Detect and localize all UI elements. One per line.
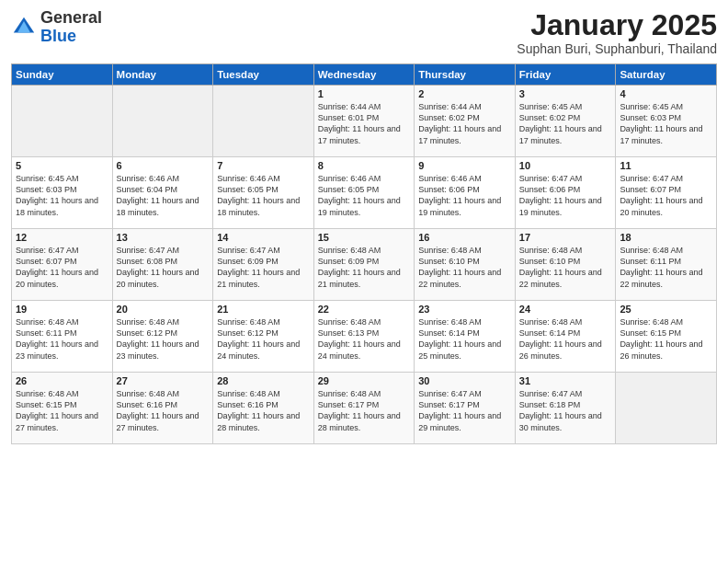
day-info: Sunrise: 6:48 AM Sunset: 6:16 PM Dayligh… [217,388,310,433]
day-number: 12 [16,232,108,243]
day-info: Sunrise: 6:47 AM Sunset: 6:07 PM Dayligh… [16,245,108,290]
day-cell: 3Sunrise: 6:45 AM Sunset: 6:02 PM Daylig… [515,86,616,157]
day-cell: 31Sunrise: 6:47 AM Sunset: 6:18 PM Dayli… [515,373,616,444]
page-container: General Blue January 2025 Suphan Buri, S… [0,0,728,452]
day-info: Sunrise: 6:46 AM Sunset: 6:05 PM Dayligh… [318,173,411,218]
day-info: Sunrise: 6:45 AM Sunset: 6:02 PM Dayligh… [519,101,612,146]
day-info: Sunrise: 6:48 AM Sunset: 6:14 PM Dayligh… [418,316,511,362]
day-cell: 25Sunrise: 6:48 AM Sunset: 6:15 PM Dayli… [616,301,717,373]
day-cell: 15Sunrise: 6:48 AM Sunset: 6:09 PM Dayli… [313,229,415,301]
day-info: Sunrise: 6:48 AM Sunset: 6:12 PM Dayligh… [117,316,210,362]
day-number: 17 [519,232,612,243]
day-info: Sunrise: 6:44 AM Sunset: 6:01 PM Dayligh… [318,101,411,146]
week-row-2: 5Sunrise: 6:45 AM Sunset: 6:03 PM Daylig… [12,157,717,229]
day-cell: 26Sunrise: 6:48 AM Sunset: 6:15 PM Dayli… [12,373,113,444]
day-number: 24 [519,304,612,315]
day-cell: 18Sunrise: 6:48 AM Sunset: 6:11 PM Dayli… [616,229,717,301]
day-cell: 21Sunrise: 6:48 AM Sunset: 6:12 PM Dayli… [213,301,314,373]
day-number: 8 [318,160,411,171]
day-cell: 29Sunrise: 6:48 AM Sunset: 6:17 PM Dayli… [313,373,415,444]
day-cell: 8Sunrise: 6:46 AM Sunset: 6:05 PM Daylig… [313,157,415,229]
day-number: 25 [620,304,712,315]
day-info: Sunrise: 6:48 AM Sunset: 6:14 PM Dayligh… [519,316,612,362]
day-cell: 27Sunrise: 6:48 AM Sunset: 6:16 PM Dayli… [112,373,213,444]
col-header-saturday: Saturday [616,64,717,86]
header: General Blue January 2025 Suphan Buri, S… [11,9,717,56]
day-number: 21 [217,304,310,315]
col-header-thursday: Thursday [415,64,516,86]
day-cell: 17Sunrise: 6:48 AM Sunset: 6:10 PM Dayli… [515,229,616,301]
day-number: 7 [217,160,310,171]
day-cell [616,373,717,444]
day-info: Sunrise: 6:45 AM Sunset: 6:03 PM Dayligh… [620,101,712,146]
day-number: 10 [519,160,612,171]
day-number: 13 [117,232,210,243]
day-info: Sunrise: 6:48 AM Sunset: 6:10 PM Dayligh… [418,245,511,290]
title-block: January 2025 Suphan Buri, Suphanburi, Th… [517,9,717,56]
day-cell: 11Sunrise: 6:47 AM Sunset: 6:07 PM Dayli… [616,157,717,229]
day-cell: 6Sunrise: 6:46 AM Sunset: 6:04 PM Daylig… [112,157,213,229]
calendar-table: SundayMondayTuesdayWednesdayThursdayFrid… [11,63,717,444]
day-number: 18 [620,232,712,243]
day-number: 22 [318,304,411,315]
day-cell [213,86,314,157]
col-header-monday: Monday [112,64,213,86]
week-row-4: 19Sunrise: 6:48 AM Sunset: 6:11 PM Dayli… [12,301,717,373]
day-number: 3 [519,88,612,99]
col-header-tuesday: Tuesday [213,64,314,86]
day-number: 6 [117,160,210,171]
day-info: Sunrise: 6:47 AM Sunset: 6:18 PM Dayligh… [519,388,612,433]
day-cell: 14Sunrise: 6:47 AM Sunset: 6:09 PM Dayli… [213,229,314,301]
day-info: Sunrise: 6:48 AM Sunset: 6:16 PM Dayligh… [117,388,210,433]
day-info: Sunrise: 6:47 AM Sunset: 6:09 PM Dayligh… [217,245,310,290]
day-cell: 30Sunrise: 6:47 AM Sunset: 6:17 PM Dayli… [415,373,516,444]
day-cell: 22Sunrise: 6:48 AM Sunset: 6:13 PM Dayli… [313,301,415,373]
day-cell: 4Sunrise: 6:45 AM Sunset: 6:03 PM Daylig… [616,86,717,157]
day-cell: 13Sunrise: 6:47 AM Sunset: 6:08 PM Dayli… [112,229,213,301]
logo: General Blue [11,9,102,46]
day-info: Sunrise: 6:48 AM Sunset: 6:11 PM Dayligh… [16,316,108,362]
day-number: 4 [620,88,712,99]
day-info: Sunrise: 6:48 AM Sunset: 6:09 PM Dayligh… [318,245,411,290]
day-info: Sunrise: 6:48 AM Sunset: 6:17 PM Dayligh… [318,388,411,433]
day-info: Sunrise: 6:48 AM Sunset: 6:12 PM Dayligh… [217,316,310,362]
day-number: 11 [620,160,712,171]
day-info: Sunrise: 6:44 AM Sunset: 6:02 PM Dayligh… [418,101,511,146]
day-cell: 2Sunrise: 6:44 AM Sunset: 6:02 PM Daylig… [415,86,516,157]
logo-text: General Blue [40,9,102,46]
day-cell: 16Sunrise: 6:48 AM Sunset: 6:10 PM Dayli… [415,229,516,301]
day-info: Sunrise: 6:45 AM Sunset: 6:03 PM Dayligh… [16,173,108,218]
col-header-wednesday: Wednesday [313,64,415,86]
day-info: Sunrise: 6:48 AM Sunset: 6:11 PM Dayligh… [620,245,712,290]
day-info: Sunrise: 6:47 AM Sunset: 6:17 PM Dayligh… [418,388,511,433]
day-cell: 24Sunrise: 6:48 AM Sunset: 6:14 PM Dayli… [515,301,616,373]
day-info: Sunrise: 6:47 AM Sunset: 6:08 PM Dayligh… [117,245,210,290]
day-number: 1 [318,88,411,99]
month-title: January 2025 [517,9,717,41]
header-row: SundayMondayTuesdayWednesdayThursdayFrid… [12,64,717,86]
day-info: Sunrise: 6:48 AM Sunset: 6:13 PM Dayligh… [318,316,411,362]
day-cell: 23Sunrise: 6:48 AM Sunset: 6:14 PM Dayli… [415,301,516,373]
week-row-1: 1Sunrise: 6:44 AM Sunset: 6:01 PM Daylig… [12,86,717,157]
day-info: Sunrise: 6:48 AM Sunset: 6:15 PM Dayligh… [16,388,108,433]
day-info: Sunrise: 6:46 AM Sunset: 6:06 PM Dayligh… [418,173,511,218]
day-number: 29 [318,375,411,386]
day-number: 30 [418,375,511,386]
day-cell: 20Sunrise: 6:48 AM Sunset: 6:12 PM Dayli… [112,301,213,373]
day-info: Sunrise: 6:48 AM Sunset: 6:10 PM Dayligh… [519,245,612,290]
subtitle: Suphan Buri, Suphanburi, Thailand [517,41,717,56]
day-number: 2 [418,88,511,99]
day-cell: 1Sunrise: 6:44 AM Sunset: 6:01 PM Daylig… [313,86,415,157]
day-info: Sunrise: 6:47 AM Sunset: 6:07 PM Dayligh… [620,173,712,218]
col-header-sunday: Sunday [12,64,113,86]
day-number: 31 [519,375,612,386]
day-cell: 10Sunrise: 6:47 AM Sunset: 6:06 PM Dayli… [515,157,616,229]
col-header-friday: Friday [515,64,616,86]
day-number: 26 [16,375,108,386]
day-number: 15 [318,232,411,243]
day-cell: 9Sunrise: 6:46 AM Sunset: 6:06 PM Daylig… [415,157,516,229]
day-number: 9 [418,160,511,171]
day-cell [112,86,213,157]
day-info: Sunrise: 6:46 AM Sunset: 6:04 PM Dayligh… [117,173,210,218]
day-cell: 28Sunrise: 6:48 AM Sunset: 6:16 PM Dayli… [213,373,314,444]
